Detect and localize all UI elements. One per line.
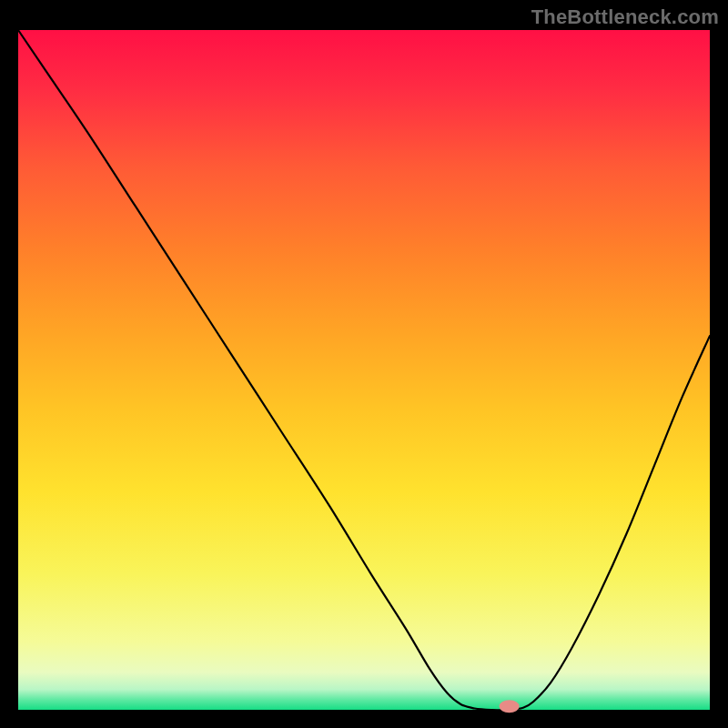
bottleneck-chart (0, 0, 728, 728)
attribution-label: TheBottleneck.com (531, 5, 719, 29)
optimal-point (500, 700, 520, 713)
chart-container: TheBottleneck.com (0, 0, 728, 728)
chart-plot-area (18, 30, 710, 710)
